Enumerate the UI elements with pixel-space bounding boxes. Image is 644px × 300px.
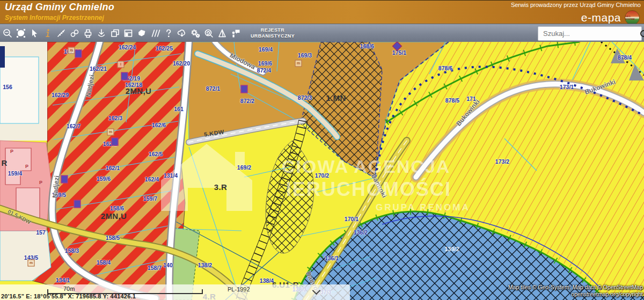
map-label: m — [68, 47, 75, 54]
map-label: 136/2 — [354, 229, 368, 236]
map-label: Bukowinki — [455, 98, 481, 128]
search-icon[interactable] — [640, 30, 644, 38]
map-label — [112, 138, 119, 146]
page-subtitle: System Informacji Przestrzennej — [5, 14, 104, 21]
cursor-coordinates: 20'16.5" E: 18°05'55.8" X: 719685.8 Y: 4… — [1, 293, 136, 299]
map-label: 162/24 — [119, 44, 136, 50]
map-label — [61, 175, 68, 184]
user-feedback-icon[interactable] — [230, 26, 241, 41]
map-label: Miodowa — [229, 52, 257, 71]
map-label: 162/19 — [123, 75, 140, 82]
measure-stick-icon[interactable] — [55, 26, 67, 41]
map-label — [75, 50, 82, 58]
link-icon[interactable] — [69, 26, 80, 41]
search-history-icon[interactable] — [203, 26, 215, 41]
map-label: 169/3 — [298, 52, 312, 58]
map-label: 131/4 — [164, 172, 178, 179]
map-label — [241, 85, 248, 93]
polygon-note-icon[interactable] — [136, 26, 148, 41]
attribution-line1: Map tiles © Geo-System; Map data © OpenS… — [508, 284, 643, 291]
map-label: 138/2 — [198, 262, 212, 268]
map-label: P — [25, 164, 28, 169]
map-label: 157 — [36, 229, 46, 236]
map-label: 158/6 — [110, 205, 124, 211]
emapa-logo-text: e-mapa — [581, 11, 621, 24]
download-position-icon[interactable] — [96, 26, 107, 41]
map-label: R — [1, 158, 7, 167]
attribution-copyright-link[interactable]: openstreetmap.org/copyright — [508, 291, 643, 298]
emapa-brand[interactable]: e-mapa GEO-SYSTEM — [581, 10, 640, 25]
map-label: 134/1 — [56, 277, 70, 283]
map-label: 162/2 — [103, 141, 117, 147]
map-label: 158/3 — [65, 247, 79, 254]
crs-selector[interactable]: PL-1992 — [228, 286, 250, 292]
map-canvas[interactable]: 156162/28162/24162/25162/21162/20162/291… — [0, 42, 644, 300]
map-label — [121, 72, 128, 81]
map-label: 01.5-KDW — [7, 209, 32, 225]
layout-panels-icon[interactable] — [122, 26, 134, 41]
cloud-download-icon[interactable] — [176, 26, 188, 41]
map-label: 162/18 — [125, 82, 142, 88]
map-label: 170/2 — [315, 172, 329, 179]
map-label: 3.R — [214, 182, 228, 192]
gis-app-window: Urząd Gminy Chmielno System Informacji P… — [0, 0, 644, 300]
map-label: 143/5 — [24, 254, 38, 261]
map-label: 173/2 — [495, 158, 509, 165]
map-label: 139/2 — [444, 246, 459, 252]
map-label: 872/4 — [257, 67, 271, 74]
map-label: 138/4 — [260, 277, 274, 284]
print-icon[interactable] — [82, 26, 94, 41]
map-label: 136/1 — [325, 255, 339, 261]
perspective-view-icon[interactable] — [216, 26, 228, 41]
chevron-down-icon[interactable] — [312, 287, 321, 295]
map-label: 878/5 — [445, 97, 459, 104]
map-label: 159/4 — [8, 170, 22, 177]
page-title: Urząd Gminy Chmielno — [5, 2, 114, 13]
map-label: 872/3 — [298, 94, 312, 101]
map-toolbar: REJESTR URBANISTYCZNY — [0, 24, 644, 43]
map-label: 169/6 — [258, 60, 272, 67]
search-box — [538, 26, 642, 41]
zoom-out-icon[interactable] — [2, 26, 13, 41]
map-label: 159/6 — [97, 175, 111, 182]
map-label: 168/6 — [360, 43, 374, 49]
help-icon[interactable] — [163, 26, 174, 41]
geo-system-badge: GEO-SYSTEM — [625, 15, 639, 20]
search-input[interactable] — [538, 30, 640, 38]
map-label: m — [28, 260, 35, 267]
status-bar: 70m PL-1992 20'16.5" E: 18°05'55.8" X: 7… — [0, 284, 350, 300]
select-area-icon[interactable] — [15, 26, 27, 41]
map-label: 162/3 — [108, 115, 122, 121]
map-label: 171 — [466, 96, 476, 102]
map-label: Damroki — [370, 173, 389, 199]
map-label: 5.KDW — [203, 128, 224, 137]
map-label: 158/4 — [97, 259, 111, 266]
map-label: 2MN,U — [101, 211, 127, 221]
map-label: 169/2 — [237, 164, 251, 171]
map-label: 162/4 — [145, 176, 159, 182]
rejestr-urbanistyczny-button[interactable]: REJESTR URBANISTYCZNY — [247, 27, 298, 39]
settings-icon[interactable] — [189, 26, 201, 41]
measure-lines-icon[interactable] — [149, 26, 161, 41]
register-line2: URBANISTYCZNY — [247, 33, 298, 39]
map-label: 872/1 — [206, 85, 220, 92]
register-line1: REJESTR — [247, 27, 298, 33]
map-label: 162/28 — [64, 48, 81, 55]
map-label: 162/25 — [156, 45, 173, 52]
map-label: 162/7 — [67, 123, 80, 129]
map-label: 159/7 — [143, 195, 157, 202]
geo-system-globe-icon: GEO-SYSTEM — [625, 10, 640, 25]
map-label: 175/1 — [392, 49, 406, 56]
info-icon[interactable] — [42, 26, 54, 41]
map-label — [74, 200, 81, 208]
map-label: 169/4 — [259, 46, 273, 53]
header-bar: Urząd Gminy Chmielno System Informacji P… — [0, 0, 644, 24]
map-label: 170/1 — [345, 216, 358, 222]
map-label: Nadjezi — [51, 175, 61, 198]
service-note: Serwis prowadzony przez Urząd Gminy Chmi… — [511, 2, 641, 8]
map-label — [392, 42, 402, 51]
overlap-windows-icon[interactable] — [109, 26, 121, 41]
map-label: 872/2 — [240, 98, 254, 104]
map-label: 162/6 — [152, 122, 166, 128]
pointer-icon[interactable] — [28, 26, 40, 41]
